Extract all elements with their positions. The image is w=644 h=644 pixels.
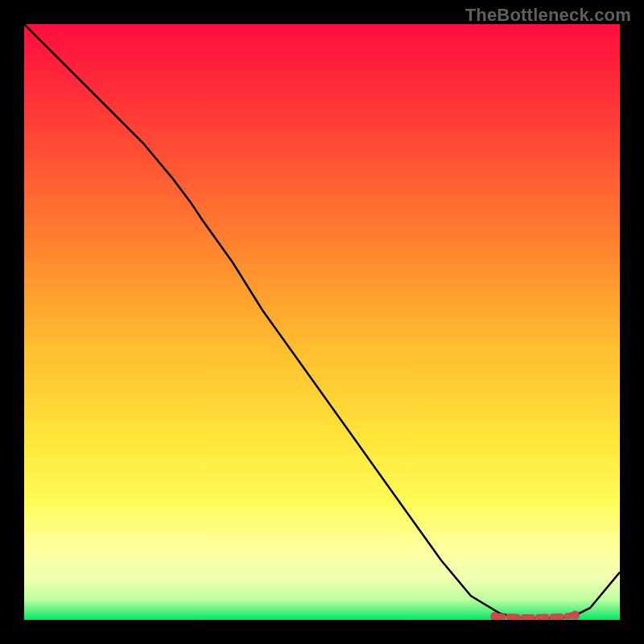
optimal-marker-dot	[571, 611, 580, 620]
chart-svg	[24, 24, 620, 620]
chart-container: TheBottleneck.com	[0, 0, 644, 644]
watermark-text: TheBottleneck.com	[465, 5, 631, 26]
